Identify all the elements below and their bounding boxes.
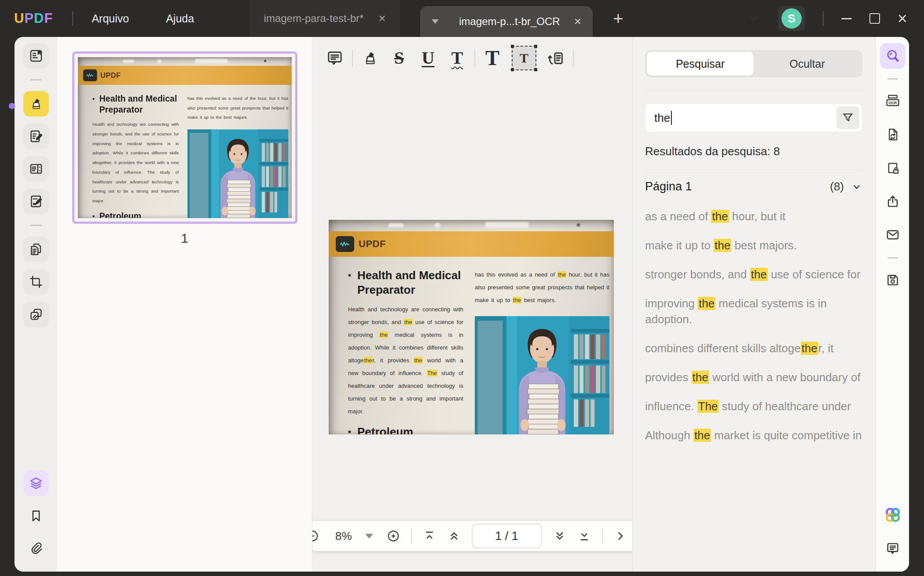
collapse-chevron-icon[interactable] [851, 181, 862, 193]
maximize-button[interactable] [869, 13, 880, 24]
expand-pager-icon[interactable] [613, 529, 627, 543]
slide-photo [187, 129, 289, 218]
tab-title: imagem-para-test-br* [264, 12, 364, 25]
menu-arquivo[interactable]: Arquivo [92, 12, 129, 25]
save-button[interactable] [880, 267, 906, 293]
page-number-input[interactable]: 1 / 1 [472, 524, 542, 548]
account-button[interactable]: S [778, 6, 805, 31]
crop-button[interactable] [23, 269, 49, 295]
search-result[interactable]: Although the market is quite competitive… [645, 427, 862, 443]
updf-logo: UPDF [14, 11, 53, 26]
search-result[interactable]: improving the medical systems is in adop… [645, 295, 862, 327]
bookmark-button[interactable] [23, 503, 49, 529]
previous-page-button[interactable] [447, 529, 461, 543]
search-result[interactable]: make it up to the best majors. [645, 237, 862, 253]
document-page[interactable]: UPDF •Health and Medical Preparator Heal… [329, 220, 614, 434]
convert-button[interactable] [880, 122, 906, 147]
titlebar-divider [72, 11, 73, 26]
zoom-level[interactable]: 8% [335, 529, 352, 543]
compare-button[interactable] [23, 302, 49, 327]
feedback-button[interactable] [880, 536, 906, 561]
text-caret [671, 111, 672, 125]
page-group-row[interactable]: Página 1 (8) [645, 180, 862, 193]
annotate-button[interactable] [23, 124, 49, 149]
form-icon [29, 161, 44, 176]
layers-button[interactable] [23, 470, 49, 496]
panel-divider [645, 91, 862, 91]
search-result[interactable]: provides the world with a new boundary o… [645, 369, 862, 385]
reader-button[interactable] [23, 43, 49, 69]
annotate-icon [29, 129, 44, 144]
slide-logo-icon [83, 69, 97, 81]
minimize-button[interactable] [841, 18, 852, 19]
toolbar-divider [573, 49, 574, 67]
tab-ocultar[interactable]: Ocultar [754, 52, 861, 76]
edit-button[interactable] [23, 189, 49, 214]
search-result[interactable]: influence. The study of healthcare under [645, 398, 862, 414]
page-group-count: (8) [830, 180, 844, 193]
slide-banner: UPDF [329, 231, 614, 257]
tab-close-icon[interactable]: × [378, 12, 385, 25]
tab-pesquisar[interactable]: Pesquisar [647, 52, 754, 76]
search-result[interactable]: as a need of the hour, but it [645, 208, 862, 224]
toolbar-divider [30, 79, 42, 80]
annotation-toolbar: S U T T T [312, 37, 632, 79]
new-tab-button[interactable]: + [613, 10, 623, 27]
highlight-tool-button[interactable] [356, 44, 385, 73]
textbox-tool-button[interactable]: T [507, 44, 541, 73]
ocr-button[interactable]: OCR [880, 88, 906, 114]
tab-close-icon[interactable]: × [574, 15, 581, 28]
search-result[interactable]: combines different skills altogether, it [645, 340, 862, 356]
zoom-out-button[interactable] [312, 529, 319, 543]
zoom-dropdown-icon[interactable] [365, 534, 373, 539]
zoom-in-button[interactable] [386, 529, 400, 543]
thumbnail-page-number: 1 [181, 231, 188, 246]
ai-assistant-button[interactable] [880, 502, 906, 528]
funnel-icon [841, 111, 854, 124]
comment-tool-button[interactable] [320, 44, 349, 73]
tab-active[interactable]: imagem-p...t-br_OCR × [420, 6, 593, 37]
search-results-list: as a need of the hour, but it make it up… [645, 208, 862, 443]
strikethrough-tool-button[interactable]: S [385, 44, 414, 73]
search-input[interactable]: the [645, 103, 862, 132]
attachment-button[interactable] [23, 536, 49, 561]
close-button[interactable]: × [898, 10, 907, 27]
last-page-button[interactable] [577, 529, 591, 543]
thumbnail-panel: UPDF •Health and Medical Preparator Heal… [57, 37, 312, 572]
highlighter-button[interactable] [23, 91, 49, 117]
protect-button[interactable] [880, 155, 906, 181]
form-fill-button[interactable] [23, 156, 49, 182]
tab-inactive[interactable]: imagem-para-test-br* × [249, 0, 400, 37]
edit-icon [29, 194, 44, 209]
menu-ajuda[interactable]: Ajuda [166, 12, 194, 25]
next-page-button[interactable] [553, 529, 567, 543]
window-chevron-down-icon[interactable] [747, 12, 760, 25]
lock-document-icon [885, 160, 900, 175]
search-button[interactable] [880, 43, 906, 69]
logo-letter: U [14, 11, 24, 26]
search-filter-button[interactable] [836, 106, 859, 129]
right-toolbar: OCR [876, 37, 909, 572]
tab-dropdown-icon[interactable] [432, 19, 439, 24]
share-button[interactable] [880, 189, 906, 214]
squiggly-tool-button[interactable]: T [443, 44, 472, 73]
first-page-button[interactable] [422, 529, 436, 543]
bookmark-icon [29, 508, 44, 523]
page-thumbnail[interactable]: UPDF •Health and Medical Preparator Heal… [72, 51, 297, 224]
panel-divider [645, 170, 862, 170]
titlebar-divider [823, 11, 824, 26]
pager-divider [411, 529, 412, 543]
left-toolbar [15, 37, 57, 572]
text-icon: T [485, 47, 499, 69]
organize-pages-button[interactable] [23, 237, 49, 262]
text-tool-button[interactable]: T [478, 44, 507, 73]
strikethrough-icon: S [394, 49, 404, 67]
search-panel: Pesquisar Ocultar the Resultados da pesq… [632, 37, 876, 572]
mail-button[interactable] [880, 222, 906, 248]
underline-tool-button[interactable]: U [414, 44, 443, 73]
search-result[interactable]: stronger bonds, and the use of science f… [645, 266, 862, 282]
save-icon [885, 273, 900, 288]
callout-tool-button[interactable] [541, 44, 570, 73]
slide-logo-icon [336, 236, 354, 252]
highlighter-icon [361, 49, 379, 67]
